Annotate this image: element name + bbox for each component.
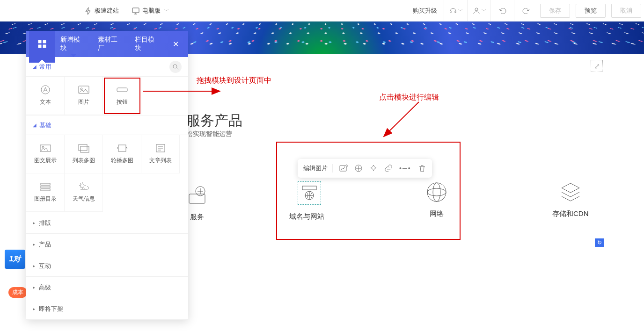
accordion-label: 产品 — [39, 240, 51, 249]
svg-line-31 — [384, 102, 419, 137]
tab-column-module[interactable]: 栏目模块 — [129, 31, 166, 57]
svg-rect-12 — [43, 40, 46, 43]
accordion-label: 即将下架 — [39, 305, 63, 313]
tab-add-module[interactable]: 新增模块 — [55, 31, 92, 57]
svg-rect-19 — [117, 88, 127, 92]
quick-site-label: 极速建站 — [95, 7, 119, 15]
image-text-icon — [39, 144, 51, 153]
section-label: 常用 — [39, 63, 51, 71]
panel-close-button[interactable]: ✕ — [166, 40, 185, 49]
module-label: 天气信息 — [73, 195, 95, 203]
panel-grip[interactable] — [29, 31, 55, 57]
device-switch-button[interactable]: 电脑版 ﹀ — [127, 0, 174, 22]
undo-button[interactable] — [490, 0, 514, 22]
annotation-arrow-2 — [379, 98, 426, 140]
redo-button[interactable] — [514, 0, 537, 22]
account-menu[interactable]: ﹀ — [467, 0, 490, 22]
button-icon — [116, 85, 128, 94]
accordion-interact[interactable]: ▸互动 — [26, 255, 188, 277]
module-panel: 新增模块 素材工厂 栏目模块 ✕ ◢ 常用 文本 图片 按钮 ◢ 基础 图文展示… — [26, 31, 188, 320]
delete-icon[interactable] — [418, 164, 426, 173]
edit-image-label[interactable]: 编辑图片 — [303, 164, 333, 173]
link-icon[interactable] — [384, 164, 393, 173]
service-item-0[interactable]: 服务 — [186, 185, 208, 222]
page-title: 服务产品 — [186, 111, 242, 130]
resize-handle[interactable]: ⤢ — [591, 60, 603, 72]
module-image-text[interactable]: 图文展示 — [26, 135, 65, 173]
promo-badge[interactable]: 成本 — [8, 287, 27, 298]
svg-point-29 — [80, 184, 84, 187]
accordion-layout[interactable]: ▸排版 — [26, 212, 188, 234]
accordion-label: 互动 — [39, 262, 51, 270]
chevron-down-icon: ﹀ — [164, 7, 169, 14]
search-button[interactable] — [169, 61, 182, 73]
module-label: 图文展示 — [34, 157, 57, 165]
support-menu[interactable]: ﹀ — [444, 0, 467, 22]
preview-button[interactable]: 预览 — [576, 4, 606, 18]
tab-material-factory[interactable]: 素材工厂 — [92, 31, 129, 57]
replace-image-icon[interactable] — [339, 164, 348, 173]
service-label: 服务 — [190, 213, 204, 222]
accordion-product[interactable]: ▸产品 — [26, 234, 188, 255]
svg-point-15 — [173, 65, 177, 68]
module-text[interactable]: 文本 — [26, 77, 65, 115]
more-options-icon[interactable]: •─• — [399, 165, 411, 172]
svg-rect-26 — [41, 183, 50, 185]
section-basic[interactable]: ◢ 基础 — [26, 115, 188, 135]
modules-basic-grid: 图文展示 列表多图 轮播多图 文章列表 图册目录 天气信息 — [26, 135, 188, 212]
triangle-right-icon: ▸ — [33, 242, 35, 247]
album-icon — [39, 182, 51, 191]
svg-rect-23 — [80, 146, 89, 152]
module-label: 列表多图 — [73, 157, 95, 165]
weather-icon — [78, 182, 90, 191]
module-article-list[interactable]: 文章列表 — [141, 135, 180, 173]
effects-icon[interactable] — [369, 164, 378, 173]
module-label: 按钮 — [117, 98, 128, 106]
svg-rect-13 — [38, 45, 41, 48]
annotation-click-hint: 点击模块进行编辑 — [379, 93, 439, 102]
svg-rect-14 — [43, 45, 46, 48]
crop-icon[interactable] — [354, 164, 363, 173]
module-list-images[interactable]: 列表多图 — [65, 135, 103, 173]
triangle-right-icon: ▸ — [33, 306, 35, 311]
page-subtitle: 松实现智能运营 — [186, 130, 232, 138]
svg-point-16 — [41, 86, 50, 94]
svg-rect-22 — [79, 144, 87, 151]
module-button[interactable]: 按钮 — [103, 77, 141, 115]
module-image[interactable]: 图片 — [65, 77, 103, 115]
svg-rect-27 — [41, 186, 50, 188]
triangle-down-icon: ◢ — [33, 64, 37, 69]
module-label: 文章列表 — [149, 157, 172, 165]
text-icon — [39, 85, 51, 94]
module-weather[interactable]: 天气信息 — [65, 173, 103, 212]
svg-point-18 — [80, 88, 82, 90]
lightning-icon — [84, 7, 92, 14]
triangle-down-icon: ◢ — [33, 122, 37, 128]
list-images-icon — [78, 144, 90, 153]
service-item-3[interactable]: 存储和CDN — [552, 181, 589, 218]
accordion-advanced[interactable]: ▸高级 — [26, 277, 188, 298]
layers-icon — [560, 181, 581, 203]
accordion-label: 高级 — [39, 283, 51, 292]
buy-upgrade-link[interactable]: 购买升级 — [406, 7, 444, 15]
cancel-button[interactable]: 取消 — [611, 4, 641, 18]
headset-icon — [449, 7, 457, 15]
module-label: 图片 — [78, 98, 89, 106]
save-button[interactable]: 保存 — [540, 4, 570, 18]
promo-banner[interactable]: 1对 — [5, 250, 25, 269]
top-toolbar: 极速建站 电脑版 ﹀ 购买升级 ﹀ ﹀ 保存 预览 取消 — [0, 0, 644, 22]
module-carousel[interactable]: 轮播多图 — [103, 135, 141, 173]
triangle-right-icon: ▸ — [33, 220, 35, 225]
module-album-catalog[interactable]: 图册目录 — [26, 173, 65, 212]
quick-site-button[interactable]: 极速建站 — [80, 0, 124, 22]
module-label: 轮播多图 — [111, 157, 133, 165]
image-icon — [78, 85, 90, 94]
svg-rect-24 — [118, 145, 126, 151]
accordion-deprecated[interactable]: ▸即将下架 — [26, 298, 188, 320]
svg-rect-28 — [41, 189, 50, 191]
svg-rect-11 — [38, 40, 41, 43]
svg-point-1 — [475, 8, 478, 11]
module-label: 图册目录 — [34, 195, 57, 203]
triangle-right-icon: ▸ — [33, 285, 35, 290]
refresh-badge[interactable]: ↻ — [595, 238, 604, 247]
